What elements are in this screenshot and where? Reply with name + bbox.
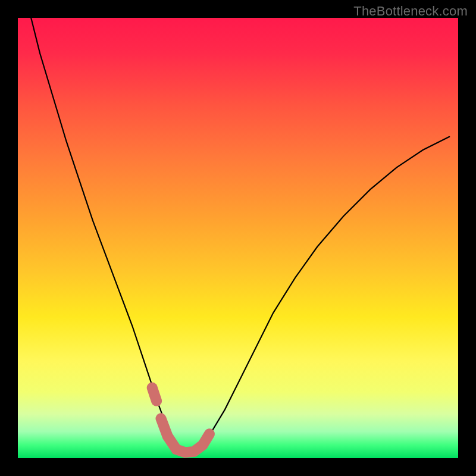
gradient-plot-area [18, 18, 458, 458]
watermark-text: TheBottleneck.com [353, 4, 468, 19]
